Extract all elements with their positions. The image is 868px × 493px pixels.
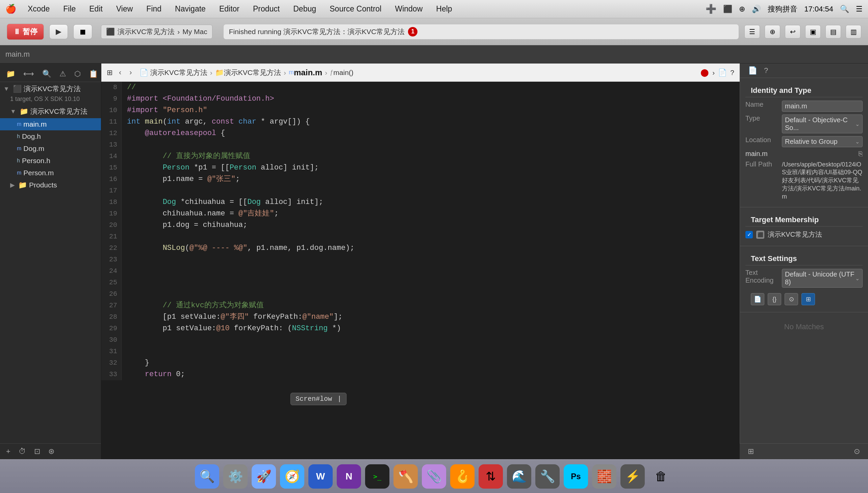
menu-edit[interactable]: Edit: [87, 3, 105, 15]
name-input[interactable]: main.m: [782, 101, 863, 112]
history-button[interactable]: ⏱: [16, 446, 29, 457]
sidebar-git-icon[interactable]: ⟷: [21, 68, 37, 80]
dock-app4[interactable]: 🌊: [507, 464, 531, 489]
menu-debug[interactable]: Debug: [291, 3, 318, 15]
dock-app5[interactable]: 🔧: [535, 464, 559, 489]
menu-help[interactable]: Help: [434, 3, 454, 15]
hierarchy-button[interactable]: ⊕: [765, 25, 780, 39]
stop-square-button[interactable]: ◼: [73, 24, 92, 39]
code-line-15: Person *p1 = [[Person alloc] init];: [127, 162, 734, 174]
sidebar-folder-icon[interactable]: 📁: [3, 68, 18, 80]
run-button[interactable]: ▶: [49, 24, 68, 39]
sort-button[interactable]: ⊛: [46, 446, 57, 457]
sidebar-item-dog-h[interactable]: h Dog.h: [0, 130, 101, 143]
text-settings-section: Text Settings Text Encoding Default - Un…: [740, 246, 868, 312]
dock-terminal[interactable]: >_: [365, 464, 389, 489]
sidebar-item-person-m[interactable]: m Person.m: [0, 167, 101, 179]
sidebar-search-icon[interactable]: 🔍: [40, 68, 54, 80]
menu-icon[interactable]: ☰: [856, 5, 863, 14]
menu-find[interactable]: Find: [144, 3, 164, 15]
name-label: Name: [745, 101, 779, 108]
code-line-19: chihuahua.name = @"吉娃娃";: [127, 208, 734, 219]
text-format-icon-1[interactable]: 📄: [751, 293, 764, 305]
view-mode-1[interactable]: ▣: [805, 25, 821, 39]
dock-system-prefs[interactable]: ⚙️: [223, 464, 248, 489]
editor-layout-icon[interactable]: ⊞: [107, 68, 113, 77]
view-mode-2[interactable]: ▤: [825, 25, 841, 39]
breadcrumb-help-icon[interactable]: ?: [730, 68, 734, 77]
dock-app1[interactable]: 🪓: [394, 464, 418, 489]
sidebar-bottom-toolbar: + ⏱ ⊡ ⊛: [0, 443, 101, 459]
view-mode-3[interactable]: ▥: [846, 25, 861, 39]
menu-product[interactable]: Product: [251, 3, 282, 15]
sidebar-item-dog-m[interactable]: m Dog.m: [0, 143, 101, 155]
code-editor[interactable]: 8 9 10 11 12 13 14 15 16 17 18 19 20 21: [101, 82, 740, 459]
text-format-icon-2[interactable]: {}: [768, 293, 781, 305]
sidebar-debug-icon[interactable]: ⬡: [71, 68, 83, 80]
breadcrumb-part-1[interactable]: 演示KVC常见方法: [150, 68, 207, 77]
filter-button[interactable]: ⊡: [31, 446, 43, 457]
line-numbers: 8 9 10 11 12 13 14 15 16 17 18 19 20 21: [101, 82, 122, 380]
breadcrumb-filename[interactable]: main.m: [294, 68, 322, 77]
target-checkbox[interactable]: ✓: [745, 231, 753, 238]
add-file-button[interactable]: +: [3, 446, 13, 457]
nav-forward[interactable]: ›: [126, 67, 135, 78]
dock-app6[interactable]: 🧱: [592, 464, 616, 489]
menu-navigate[interactable]: Navigate: [173, 3, 208, 15]
project-root[interactable]: ▼ ⬛ 演示KVC常见方法: [0, 82, 101, 95]
rp-refresh-btn[interactable]: ⊙: [851, 446, 863, 457]
dock-app7[interactable]: ⚡: [620, 464, 645, 489]
type-dropdown[interactable]: Default - Objective-C So... ⌄: [782, 114, 863, 133]
menu-view[interactable]: View: [114, 3, 135, 15]
dock-filezilla[interactable]: ⇅: [479, 464, 503, 489]
code-line-8: //: [127, 82, 734, 93]
screen-record-icon[interactable]: ⬛: [723, 5, 732, 14]
text-format-icon-3[interactable]: ⊙: [785, 293, 798, 305]
text-encoding-label: Text Encoding: [745, 269, 779, 284]
sidebar-report-icon[interactable]: 📋: [86, 68, 101, 80]
stop-button[interactable]: ⏸ 暂停: [7, 24, 44, 40]
dock-word[interactable]: W: [309, 464, 333, 489]
volume-icon[interactable]: 🔊: [752, 5, 761, 14]
dock-launchpad[interactable]: 🚀: [252, 464, 276, 489]
breadcrumb-part-2[interactable]: 演示KVC常见方法: [224, 68, 281, 77]
apple-menu[interactable]: 🍎: [5, 4, 16, 14]
sidebar-warning-icon[interactable]: ⚠: [57, 68, 69, 80]
menu-file[interactable]: File: [61, 3, 78, 15]
reveal-in-finder-icon[interactable]: ⎘: [859, 150, 863, 158]
dock-safari[interactable]: 🧭: [280, 464, 304, 489]
list-view-button[interactable]: ☰: [744, 25, 760, 39]
input-method[interactable]: 搜狗拼音: [768, 4, 798, 14]
back-button[interactable]: ↩: [785, 25, 801, 39]
dock-finder[interactable]: 🔍: [195, 464, 219, 489]
right-panel-file-icon[interactable]: 📄: [745, 65, 760, 76]
text-encoding-row: Text Encoding Default - Unicode (UTF 8) …: [745, 269, 863, 288]
sidebar-group[interactable]: ▼ 📁 演示KVC常见方法: [0, 105, 101, 118]
type-row: Type Default - Objective-C So... ⌄: [745, 114, 863, 133]
menu-xcode[interactable]: Xcode: [26, 3, 52, 15]
menu-source-control[interactable]: Source Control: [327, 3, 383, 15]
menu-window[interactable]: Window: [393, 3, 425, 15]
add-icon[interactable]: ➕: [705, 4, 716, 14]
search-icon[interactable]: 🔍: [840, 5, 849, 14]
breadcrumb-function[interactable]: main(): [333, 68, 354, 77]
menu-editor[interactable]: Editor: [217, 3, 241, 15]
sidebar-item-person-h[interactable]: h Person.h: [0, 155, 101, 167]
breadcrumb-nav-right-icon[interactable]: ›: [712, 68, 715, 77]
run-target-selector[interactable]: ⬛ 演示KVC常见方法 › My Mac: [101, 25, 212, 39]
breadcrumb-file-icon2[interactable]: 📄: [718, 68, 727, 77]
right-panel-help-icon[interactable]: ?: [761, 65, 771, 76]
location-dropdown[interactable]: Relative to Group ⌄: [782, 136, 863, 147]
dock-photoshop[interactable]: Ps: [564, 464, 588, 489]
rp-grid-view-btn[interactable]: ⊞: [745, 446, 757, 457]
text-format-icon-4[interactable]: ⊞: [802, 293, 815, 305]
nav-back[interactable]: ‹: [115, 67, 125, 78]
dock-app3[interactable]: 🪝: [450, 464, 474, 489]
text-encoding-dropdown[interactable]: Default - Unicode (UTF 8) ⌄: [782, 269, 863, 288]
sidebar-item-main-m[interactable]: m main.m: [0, 118, 101, 130]
sidebar-item-products[interactable]: ▶ 📁 Products: [0, 179, 101, 191]
dock-trash[interactable]: 🗑: [649, 464, 673, 489]
dock-onenote[interactable]: N: [337, 464, 361, 489]
dock-app2[interactable]: 📎: [422, 464, 446, 489]
code-line-24: [127, 265, 734, 277]
